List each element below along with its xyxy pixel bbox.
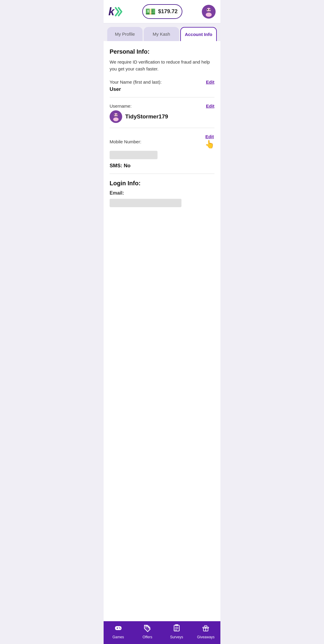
divider-3: [110, 174, 214, 174]
mobile-edit-button[interactable]: Edit: [205, 134, 214, 139]
games-icon: [114, 624, 122, 634]
gamepad-icon: [114, 624, 122, 632]
nav-offers[interactable]: Offers: [138, 624, 156, 639]
svg-point-13: [119, 628, 120, 628]
mobile-number-blurred: [110, 151, 158, 159]
username-edit-button[interactable]: Edit: [206, 103, 214, 109]
sms-status: SMS: No: [110, 163, 214, 169]
gift-icon: [202, 624, 210, 632]
svg-point-14: [119, 628, 120, 629]
name-edit-button[interactable]: Edit: [206, 79, 214, 85]
svg-point-9: [116, 114, 118, 115]
svg-point-7: [113, 118, 119, 121]
tab-account-info[interactable]: Account Info: [180, 27, 217, 41]
mobile-field-row: Mobile Number: Edit 👆: [110, 134, 214, 149]
svg-point-2: [206, 13, 212, 17]
tab-my-kash[interactable]: My Kash: [144, 27, 179, 41]
giveaways-icon: [202, 624, 210, 634]
personal-info-section: Personal Info: We require ID verificatio…: [110, 48, 214, 174]
main-content: Personal Info: We require ID verificatio…: [104, 41, 220, 621]
surveys-label: Surveys: [170, 635, 183, 639]
divider-2: [110, 128, 214, 128]
nav-surveys[interactable]: Surveys: [168, 624, 186, 639]
app-logo[interactable]: k: [108, 6, 123, 17]
svg-point-8: [114, 114, 116, 115]
login-info-section: Login Info: Email:: [110, 180, 214, 207]
personal-info-desc: We require ID verification to reduce fra…: [110, 59, 214, 72]
user-avatar[interactable]: [202, 5, 216, 19]
avatar-icon: [203, 6, 215, 18]
svg-rect-10: [115, 626, 122, 630]
svg-point-4: [209, 9, 211, 10]
offers-icon: [143, 624, 151, 634]
giveaways-label: Giveaways: [197, 635, 215, 639]
name-field-row: Your Name (first and last): Edit: [110, 79, 214, 85]
bottom-navigation: Games Offers Surveys: [104, 621, 220, 644]
divider-1: [110, 97, 214, 97]
offers-label: Offers: [143, 635, 152, 639]
tab-my-profile[interactable]: My Profile: [107, 27, 143, 41]
tab-bar: My Profile My Kash Account Info: [104, 23, 220, 41]
games-label: Games: [112, 635, 124, 639]
username-text: TidyStormer179: [125, 113, 168, 120]
email-blurred: [110, 199, 181, 207]
username-avatar: [110, 110, 122, 123]
username-value-row: TidyStormer179: [110, 110, 214, 123]
logo-letter: k: [108, 6, 114, 17]
svg-point-3: [207, 9, 208, 10]
balance-amount: $179.72: [158, 8, 178, 15]
username-field-row: Username: Edit: [110, 103, 214, 109]
personal-info-title: Personal Info:: [110, 48, 214, 55]
login-info-title: Login Info:: [110, 180, 214, 187]
mobile-edit-area[interactable]: Edit 👆: [205, 134, 214, 149]
email-label: Email:: [110, 190, 214, 196]
username-avatar-icon: [110, 111, 121, 122]
clipboard-icon: [173, 624, 181, 632]
tag-icon: [143, 624, 151, 632]
nav-giveaways[interactable]: Giveaways: [197, 624, 215, 639]
surveys-icon: [173, 624, 181, 634]
name-label: Your Name (first and last):: [110, 79, 162, 85]
logo-chevrons-icon: [114, 7, 123, 17]
name-value: User: [110, 86, 214, 92]
money-icon: 💵: [145, 7, 156, 16]
mobile-label: Mobile Number:: [110, 139, 141, 144]
app-header: k 💵 $179.72: [104, 0, 220, 23]
nav-games[interactable]: Games: [109, 624, 127, 639]
cursor-click-icon: 👆: [205, 140, 214, 149]
username-label: Username:: [110, 103, 131, 109]
balance-display[interactable]: 💵 $179.72: [142, 4, 182, 19]
